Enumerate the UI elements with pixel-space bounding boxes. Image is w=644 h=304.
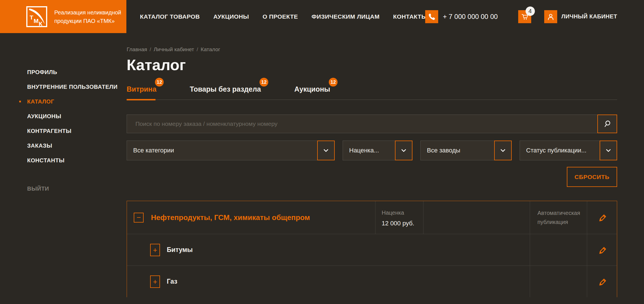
- tab-label: Витрина: [127, 85, 156, 93]
- sidebar-item-internal-users[interactable]: ВНУТРЕННИЕ ПОЛЬЗОВАТЕЛИ: [0, 79, 126, 94]
- dropdown-toggle[interactable]: [317, 141, 335, 160]
- empty-cell: [423, 201, 530, 234]
- dropdown-toggle[interactable]: [600, 141, 617, 160]
- search-input[interactable]: [127, 115, 617, 133]
- user-icon: [547, 13, 555, 21]
- sidebar-logout[interactable]: ВЫЙТИ: [0, 181, 126, 196]
- search-bar: [127, 115, 617, 133]
- logo-tagline: Реализация неликвидной продукции ПАО «ТМ…: [54, 8, 121, 25]
- publication-cell: Автоматическая публикация: [530, 201, 587, 234]
- cart-button[interactable]: 4: [518, 10, 531, 23]
- tab-no-section[interactable]: Товары без раздела 12: [190, 78, 261, 93]
- expand-button[interactable]: +: [150, 275, 160, 288]
- phone-button[interactable]: [425, 10, 438, 23]
- pencil-icon: [597, 212, 607, 223]
- tmk-logo-icon: Т М К: [26, 6, 47, 27]
- breadcrumb-account[interactable]: Личный кабинет: [154, 46, 194, 53]
- category-title[interactable]: Нефтепродукты, ГСМ, химикаты общепром: [151, 213, 310, 222]
- sidebar-item-label: КАТАЛОГ: [27, 98, 54, 105]
- edit-cell: [587, 266, 617, 297]
- publication-cell: [530, 234, 587, 266]
- filter-actions: СБРОСИТЬ: [127, 167, 617, 187]
- dropdown-toggle[interactable]: [395, 141, 412, 160]
- publication-label: Автоматическая публикация: [537, 208, 581, 227]
- active-item-bullet: [19, 101, 21, 102]
- sidebar-item-counterparties[interactable]: КОНТРАГЕНТЫ: [0, 124, 126, 138]
- publication-cell: [530, 266, 587, 297]
- nav-item-catalog[interactable]: КАТАЛОГ ТОВАРОВ: [140, 13, 200, 20]
- filter-value: Статус публикации...: [526, 147, 586, 154]
- breadcrumb-separator: /: [150, 46, 151, 53]
- search-icon: [603, 119, 612, 128]
- tab-label: Аукционы: [294, 85, 330, 93]
- main-content: Главная / Личный кабинет / Каталог Катал…: [127, 33, 617, 297]
- nav-item-about[interactable]: О ПРОЕКТЕ: [263, 13, 298, 20]
- sidebar-item-auctions[interactable]: АУКЦИОНЫ: [0, 109, 126, 124]
- subcategory-title-cell: + Газ: [127, 266, 530, 297]
- pencil-icon: [597, 277, 607, 287]
- filter-value: Наценка...: [349, 147, 379, 154]
- markup-cell: Наценка 12 000 руб.: [375, 201, 423, 234]
- reset-filters-button[interactable]: СБРОСИТЬ: [567, 167, 617, 187]
- chevron-down-icon: [605, 147, 612, 154]
- account-label[interactable]: ЛИЧНЫЙ КАБИНЕТ: [561, 13, 617, 20]
- subcategory-title[interactable]: Битумы: [167, 246, 193, 254]
- nav-item-contacts[interactable]: КОНТАКТЫ: [393, 13, 427, 20]
- tab-badge: 12: [329, 78, 338, 87]
- table-row-subcategory: + Битумы: [127, 234, 617, 266]
- logo[interactable]: Т М К Реализация неликвидной продукции П…: [0, 0, 126, 33]
- tab-showcase[interactable]: Витрина 12: [127, 78, 156, 93]
- breadcrumb-separator: /: [197, 46, 198, 53]
- tabs: Витрина 12 Товары без раздела 12 Аукцион…: [127, 78, 617, 93]
- breadcrumb: Главная / Личный кабинет / Каталог: [127, 46, 617, 53]
- nav-item-auctions[interactable]: АУКЦИОНЫ: [213, 13, 249, 20]
- breadcrumb-home[interactable]: Главная: [127, 46, 147, 53]
- category-title-cell: − Нефтепродукты, ГСМ, химикаты общепром: [127, 201, 375, 234]
- page: { "colors": { "background": "#2B2823", "…: [0, 0, 644, 304]
- filters: Все категории Наценка... Все заводы: [127, 141, 617, 160]
- account-button[interactable]: [544, 10, 557, 23]
- chevron-down-icon: [400, 147, 407, 154]
- sidebar-item-orders[interactable]: ЗАКАЗЫ: [0, 138, 126, 153]
- sidebar-item-catalog[interactable]: КАТАЛОГ: [0, 94, 126, 109]
- filter-markup[interactable]: Наценка...: [343, 141, 412, 160]
- edit-button[interactable]: [597, 245, 607, 255]
- tabs-underline: [127, 100, 617, 100]
- edit-cell: [587, 201, 617, 234]
- breadcrumb-current: Каталог: [201, 46, 220, 53]
- filter-value: Все категории: [133, 147, 174, 154]
- pencil-icon: [597, 245, 607, 255]
- tab-badge: 12: [260, 78, 268, 87]
- active-tab-indicator: [127, 99, 155, 100]
- collapse-button[interactable]: −: [134, 213, 144, 223]
- subcategory-title-cell: + Битумы: [127, 234, 530, 266]
- markup-label: Наценка: [382, 208, 404, 217]
- tab-auctions[interactable]: Аукционы 12: [294, 78, 330, 93]
- tab-badge: 12: [155, 78, 164, 87]
- catalog-table: − Нефтепродукты, ГСМ, химикаты общепром …: [127, 201, 617, 297]
- filter-publication-status[interactable]: Статус публикации...: [520, 141, 617, 160]
- edit-button[interactable]: [597, 212, 607, 223]
- sidebar-item-profile[interactable]: ПРОФИЛЬ: [0, 65, 126, 79]
- filter-plants[interactable]: Все заводы: [420, 141, 512, 160]
- top-nav: КАТАЛОГ ТОВАРОВ АУКЦИОНЫ О ПРОЕКТЕ ФИЗИЧ…: [140, 0, 427, 33]
- chevron-down-icon: [323, 147, 329, 154]
- subcategory-title[interactable]: Газ: [167, 278, 177, 285]
- edit-cell: [587, 234, 617, 266]
- phone-number[interactable]: + 7 000 000 00 00: [443, 13, 498, 21]
- table-row-category: − Нефтепродукты, ГСМ, химикаты общепром …: [127, 201, 617, 234]
- filter-categories[interactable]: Все категории: [127, 141, 335, 160]
- chevron-down-icon: [500, 147, 506, 154]
- svg-text:Т: Т: [30, 14, 33, 21]
- search-button[interactable]: [597, 115, 617, 133]
- markup-value: 12 000 руб.: [382, 220, 414, 227]
- dropdown-toggle[interactable]: [494, 141, 512, 160]
- edit-button[interactable]: [597, 277, 607, 287]
- cart-count-badge: 4: [526, 7, 535, 16]
- expand-button[interactable]: +: [150, 244, 160, 256]
- filter-value: Все заводы: [427, 147, 460, 154]
- nav-item-individuals[interactable]: ФИЗИЧЕСКИМ ЛИЦАМ: [312, 13, 380, 20]
- sidebar: ПРОФИЛЬ ВНУТРЕННИЕ ПОЛЬЗОВАТЕЛИ КАТАЛОГ …: [0, 33, 126, 304]
- sidebar-item-constants[interactable]: КОНСТАНТЫ: [0, 153, 126, 168]
- header: Т М К Реализация неликвидной продукции П…: [0, 0, 644, 33]
